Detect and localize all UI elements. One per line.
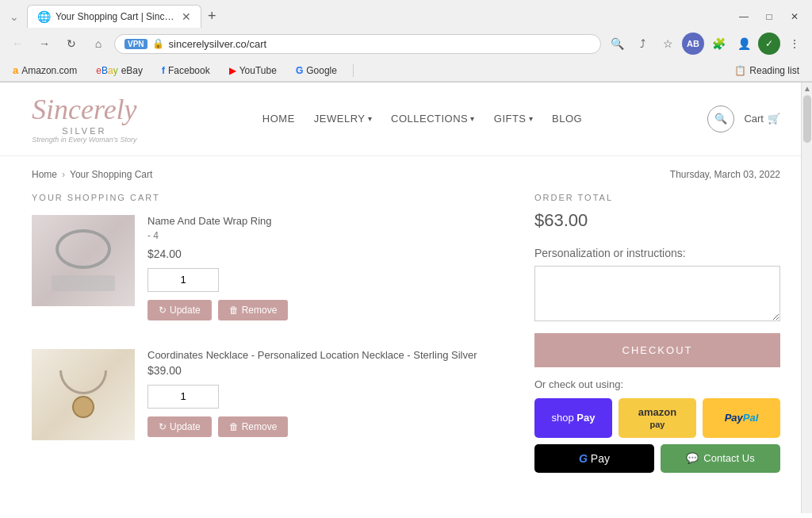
shoppay-button[interactable]: shop Pay <box>534 398 612 438</box>
breadcrumb-current: Your Shopping Cart <box>70 169 152 180</box>
bookmark-google-label: Google <box>306 65 337 76</box>
amazon-favicon: a <box>13 64 18 76</box>
ebay-favicon: eBay <box>96 65 117 76</box>
main-content: Home › Your Shopping Cart Thursday, Marc… <box>0 156 812 497</box>
tab-favicon: 🌐 <box>37 10 51 23</box>
reload-button[interactable]: ↻ <box>60 33 82 55</box>
item1-update-button[interactable]: ↻ Update <box>147 300 212 320</box>
reading-list-label: Reading list <box>749 65 799 76</box>
gpay-button[interactable]: G Pay <box>534 444 654 473</box>
paypal-button[interactable]: PayPal <box>703 398 780 438</box>
new-tab-button[interactable]: + <box>201 5 223 28</box>
address-bar[interactable]: VPN 🔒 sincerelysilver.co/cart <box>114 34 601 54</box>
bookmark-facebook-label: Facebook <box>168 65 210 76</box>
item2-update-label: Update <box>170 421 201 432</box>
forward-button[interactable]: → <box>33 33 56 55</box>
extensions-button[interactable]: 🧩 <box>707 33 730 55</box>
home-button[interactable]: ⌂ <box>87 33 109 55</box>
tab-title: Your Shopping Cart | Sincerely S <box>56 11 177 22</box>
or-checkout-text: Or check out using: <box>534 378 780 390</box>
item1-actions: ↻ Update 🗑 Remove <box>147 300 503 320</box>
nav-gifts[interactable]: GIFTS ▾ <box>494 113 533 125</box>
gifts-dropdown-arrow: ▾ <box>529 114 534 123</box>
logo-tagline: Strength in Every Woman's Story <box>32 136 137 144</box>
nav-collections[interactable]: COLLECTIONS ▾ <box>391 113 475 125</box>
amazonpay-button[interactable]: amazon pay <box>619 398 696 438</box>
chat-icon: 💬 <box>686 452 699 464</box>
facebook-favicon: f <box>162 65 165 76</box>
cart-layout: YOUR SHOPPING CART Nam <box>32 193 780 473</box>
breadcrumb-separator: › <box>62 169 65 180</box>
shield-icon[interactable]: ✓ <box>758 33 780 55</box>
nav-home[interactable]: HOME <box>262 113 295 125</box>
nav-jewelry[interactable]: JEWELRY ▾ <box>314 113 372 125</box>
payment-options: shop Pay amazon pay PayPal <box>534 398 780 473</box>
item2-details: Coordinates Necklace - Personalized Loca… <box>147 349 503 440</box>
remove-icon: 🗑 <box>229 305 239 316</box>
contact-label: Contact Us <box>703 452 754 464</box>
update2-icon: ↻ <box>159 421 167 432</box>
item2-price: $39.00 <box>147 364 503 377</box>
bookmark-facebook[interactable]: f Facebook <box>155 63 216 78</box>
scrollbar-thumb[interactable] <box>803 95 811 143</box>
maximize-button[interactable]: □ <box>758 6 780 28</box>
breadcrumb-home[interactable]: Home <box>32 169 57 180</box>
tab-close-button[interactable]: ✕ <box>182 10 191 23</box>
cart-icon: 🛒 <box>768 113 780 125</box>
bookmark-ebay[interactable]: eBay eBay <box>90 63 149 78</box>
site-header-right: 🔍 Cart 🛒 <box>707 106 780 132</box>
contact-button[interactable]: 💬 Contact Us <box>661 444 780 473</box>
account-button[interactable]: 👤 <box>733 33 755 55</box>
bookmark-amazon[interactable]: a Amazon.com <box>6 63 83 78</box>
scroll-up-arrow[interactable]: ▲ <box>802 82 812 94</box>
reading-list-button[interactable]: 📋 Reading list <box>728 63 806 78</box>
amazonpay-label: amazon pay <box>631 406 684 430</box>
jewelry-dropdown-arrow: ▾ <box>368 114 373 123</box>
remove2-icon: 🗑 <box>229 421 239 432</box>
cart-button[interactable]: Cart 🛒 <box>744 113 780 125</box>
back-button[interactable]: ← <box>6 33 29 55</box>
search-toolbar-button[interactable]: 🔍 <box>606 33 628 55</box>
active-tab[interactable]: 🌐 Your Shopping Cart | Sincerely S ✕ <box>27 5 201 28</box>
bookmark-youtube-label: YouTube <box>239 65 277 76</box>
item1-quantity-input[interactable] <box>147 268 219 292</box>
shoppay-label: shop Pay <box>552 412 596 424</box>
cart-left: YOUR SHOPPING CART Nam <box>32 193 503 473</box>
menu-button[interactable]: ⋮ <box>783 33 806 55</box>
item2-update-button[interactable]: ↻ Update <box>147 416 212 437</box>
profile-button[interactable]: AB <box>682 33 704 55</box>
item1-price: $24.00 <box>147 247 503 260</box>
site-logo[interactable]: Sincerely SILVER Strength in Every Woman… <box>32 94 137 144</box>
paypal-label: PayPal <box>725 412 759 424</box>
item1-image <box>32 215 135 306</box>
lock-icon: 🔒 <box>152 38 164 49</box>
item2-image <box>32 349 135 440</box>
nav-blog[interactable]: BLOG <box>552 113 582 125</box>
url-text: sincerelysilver.co/cart <box>169 38 591 50</box>
cart-item-2: Coordinates Necklace - Personalized Loca… <box>32 349 503 453</box>
cart-right: ORDER TOTAL $63.00 Personalization or in… <box>534 193 780 473</box>
collapse-arrow[interactable]: ⌄ <box>6 10 22 23</box>
reading-list-icon: 📋 <box>734 65 746 76</box>
item2-remove-button[interactable]: 🗑 Remove <box>218 416 289 437</box>
item1-variant: - 4 <box>147 230 503 241</box>
personalization-textarea[interactable] <box>534 266 780 321</box>
personalization-label: Personalization or instructions: <box>534 247 780 259</box>
logo-name: Sincerely <box>32 94 137 125</box>
item1-remove-button[interactable]: 🗑 Remove <box>218 300 289 320</box>
payment-row-1: shop Pay amazon pay PayPal <box>534 398 780 438</box>
item2-remove-label: Remove <box>242 421 278 432</box>
scrollbar-track: ▲ <box>801 82 812 513</box>
item2-name: Coordinates Necklace - Personalized Loca… <box>147 349 503 361</box>
search-button[interactable]: 🔍 <box>707 106 734 132</box>
payment-row-2: G Pay 💬 Contact Us <box>534 444 780 473</box>
bookmark-google[interactable]: G Google <box>289 63 343 78</box>
share-button[interactable]: ⤴ <box>631 33 653 55</box>
bookmark-youtube[interactable]: ▶ YouTube <box>223 63 283 78</box>
bookmark-amazon-label: Amazon.com <box>21 65 77 76</box>
close-button[interactable]: ✕ <box>783 6 806 28</box>
favorites-button[interactable]: ☆ <box>657 33 679 55</box>
item2-quantity-input[interactable] <box>147 385 219 409</box>
checkout-button[interactable]: CHECKOUT <box>534 333 780 367</box>
minimize-button[interactable]: — <box>733 6 755 28</box>
